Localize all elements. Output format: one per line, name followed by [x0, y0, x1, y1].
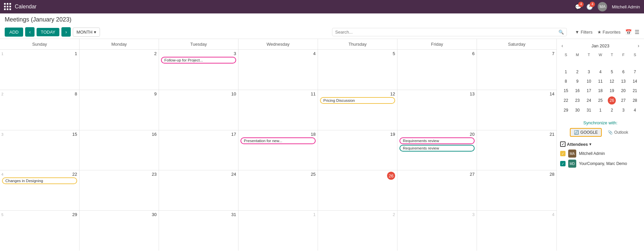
- favorites-button[interactable]: ★ Favorites: [597, 30, 621, 35]
- cal-cell-week1-thu[interactable]: 5: [318, 50, 397, 90]
- cal-cell-week5-tue[interactable]: 31: [159, 211, 238, 251]
- mini-cell[interactable]: 3: [618, 106, 629, 115]
- cal-cell-week5-sat[interactable]: 4: [477, 211, 556, 251]
- mini-cell[interactable]: 5: [606, 67, 618, 77]
- event-follow-up[interactable]: Follow-up for Project...: [161, 57, 236, 64]
- mini-cell[interactable]: 31: [583, 106, 595, 115]
- cal-cell-week1-mon[interactable]: 2: [79, 50, 159, 90]
- mini-cell[interactable]: [629, 58, 641, 67]
- cal-cell-week4-wed[interactable]: 25: [238, 170, 318, 210]
- cal-cell-week5-thu[interactable]: 2: [318, 211, 397, 251]
- mini-cell[interactable]: 27: [618, 95, 629, 106]
- attendee-check-marc[interactable]: ✓: [560, 161, 566, 166]
- cal-cell-week3-sun[interactable]: 3 15: [0, 130, 79, 170]
- mini-cell[interactable]: [618, 58, 629, 67]
- mini-cell[interactable]: 10: [583, 77, 595, 86]
- cal-cell-week3-tue[interactable]: 17: [159, 130, 238, 170]
- cal-cell-week2-mon[interactable]: 9: [79, 90, 159, 130]
- cal-cell-week4-tue[interactable]: 24: [159, 170, 238, 210]
- cal-cell-week4-sun[interactable]: 4 22 Changes in Designing: [0, 170, 79, 210]
- mini-cell[interactable]: 14: [629, 77, 641, 86]
- mini-cell[interactable]: 4: [629, 106, 641, 115]
- mini-cell[interactable]: 28: [629, 95, 641, 106]
- cal-cell-week1-wed[interactable]: 4: [238, 50, 318, 90]
- mini-cell[interactable]: 15: [560, 86, 572, 95]
- mini-cell[interactable]: 11: [595, 77, 606, 86]
- cal-cell-week2-sun[interactable]: 2 8: [0, 90, 79, 130]
- mini-cell[interactable]: [560, 58, 572, 67]
- cal-cell-week2-tue[interactable]: 10: [159, 90, 238, 130]
- event-changes-designing[interactable]: Changes in Designing: [2, 177, 77, 184]
- cal-cell-week5-sun[interactable]: 5 29: [0, 211, 79, 251]
- cal-cell-week5-mon[interactable]: 30: [79, 211, 159, 251]
- clock-icon[interactable]: 🕐 4: [586, 4, 593, 10]
- cal-cell-week1-fri[interactable]: 6: [397, 50, 477, 90]
- attendee-check-mitchell[interactable]: ✓: [560, 151, 566, 156]
- mini-cell-today[interactable]: 26: [606, 95, 618, 106]
- event-req-review-2[interactable]: Requirements review: [399, 145, 475, 152]
- mini-cell[interactable]: 1: [560, 67, 572, 77]
- cal-cell-week1-tue[interactable]: 3 Follow-up for Project...: [159, 50, 238, 90]
- user-name[interactable]: Mitchell Admin: [612, 4, 640, 9]
- sync-google-button[interactable]: 🔄 GOOGLE: [570, 128, 602, 137]
- mini-cal-prev[interactable]: ‹: [560, 42, 565, 49]
- mini-cell[interactable]: 20: [618, 86, 629, 95]
- event-presentation[interactable]: Presentation for new...: [240, 137, 316, 144]
- month-view-button[interactable]: MONTH ▾: [73, 28, 100, 37]
- cal-cell-week1-sat[interactable]: 7: [477, 50, 556, 90]
- mini-cell[interactable]: 9: [572, 77, 583, 86]
- cal-cell-week5-wed[interactable]: 1: [238, 211, 318, 251]
- mini-cell[interactable]: [583, 58, 595, 67]
- mini-cell[interactable]: 6: [618, 67, 629, 77]
- mini-cell[interactable]: 18: [595, 86, 606, 95]
- cal-cell-week1-sun[interactable]: 1 1: [0, 50, 79, 90]
- mini-cell[interactable]: 13: [618, 77, 629, 86]
- cal-cell-week3-thu[interactable]: 19: [318, 130, 397, 170]
- mini-cell[interactable]: 23: [572, 95, 583, 106]
- cal-cell-week4-fri[interactable]: 27: [397, 170, 477, 210]
- mini-cell[interactable]: 21: [629, 86, 641, 95]
- mini-cell[interactable]: 1: [595, 106, 606, 115]
- prev-button[interactable]: ‹: [25, 27, 35, 37]
- mini-cell[interactable]: 2: [606, 106, 618, 115]
- list-view-icon[interactable]: ☰: [635, 29, 639, 35]
- mini-cell[interactable]: [572, 58, 583, 67]
- mini-cell[interactable]: 17: [583, 86, 595, 95]
- cal-cell-week3-sat[interactable]: 21: [477, 130, 556, 170]
- mini-cell[interactable]: 12: [606, 77, 618, 86]
- mini-cell[interactable]: [595, 58, 606, 67]
- search-input[interactable]: [335, 30, 558, 35]
- cal-cell-week2-fri[interactable]: 13: [397, 90, 477, 130]
- mini-cell[interactable]: [606, 58, 618, 67]
- grid-menu-icon[interactable]: [4, 3, 11, 10]
- cal-cell-week3-wed[interactable]: 18 Presentation for new...: [238, 130, 318, 170]
- cal-cell-week4-thu-today[interactable]: 26: [318, 170, 397, 210]
- messages-icon[interactable]: 💬 4: [575, 4, 582, 10]
- mini-cell[interactable]: 24: [583, 95, 595, 106]
- cal-cell-week2-sat[interactable]: 14: [477, 90, 556, 130]
- cal-cell-week2-wed[interactable]: 11: [238, 90, 318, 130]
- mini-cell[interactable]: 7: [629, 67, 641, 77]
- calendar-view-icon[interactable]: 📅: [625, 29, 632, 35]
- cal-cell-week4-sat[interactable]: 28: [477, 170, 556, 210]
- mini-cell[interactable]: 22: [560, 95, 572, 106]
- mini-cell[interactable]: 30: [572, 106, 583, 115]
- event-req-review-1[interactable]: Requirements review: [399, 137, 475, 144]
- mini-cell[interactable]: 19: [606, 86, 618, 95]
- mini-cell[interactable]: 2: [572, 67, 583, 77]
- today-button[interactable]: TODAY: [37, 28, 59, 36]
- cal-cell-week5-fri[interactable]: 3: [397, 211, 477, 251]
- mini-cal-next[interactable]: ›: [636, 42, 641, 49]
- filters-button[interactable]: ▼ Filters: [575, 30, 592, 35]
- add-button[interactable]: ADD: [5, 28, 23, 37]
- mini-cell[interactable]: 29: [560, 106, 572, 115]
- cal-cell-week3-fri[interactable]: 20 Requirements review Requirements revi…: [397, 130, 477, 170]
- mini-cell[interactable]: 16: [572, 86, 583, 95]
- event-pricing-discussion[interactable]: Pricing Discussion: [320, 97, 395, 104]
- cal-cell-week4-mon[interactable]: 23: [79, 170, 159, 210]
- cal-cell-week3-mon[interactable]: 16: [79, 130, 159, 170]
- cal-cell-week2-thu[interactable]: 12 Pricing Discussion: [318, 90, 397, 130]
- mini-cell[interactable]: 4: [595, 67, 606, 77]
- mini-cell[interactable]: 25: [595, 95, 606, 106]
- mini-cell[interactable]: 3: [583, 67, 595, 77]
